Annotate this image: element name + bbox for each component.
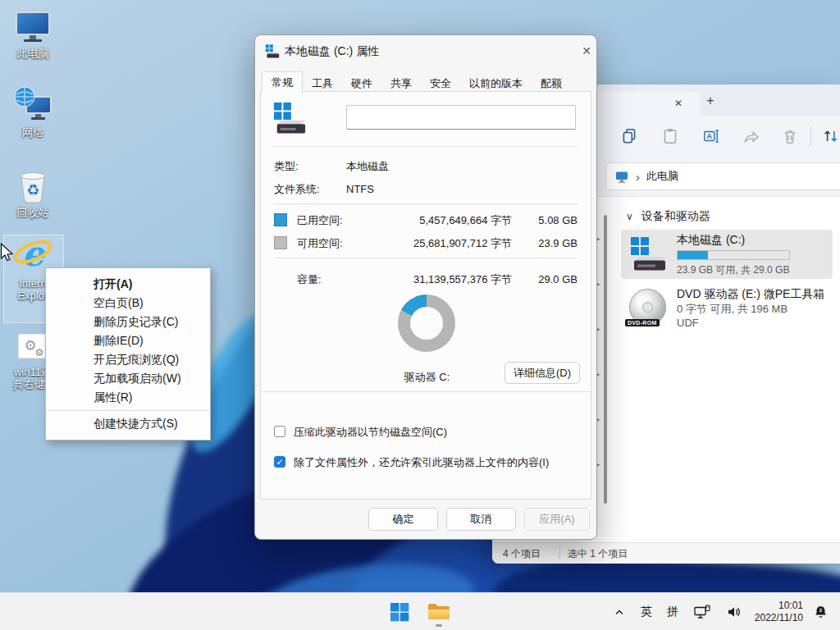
delete-icon[interactable] — [781, 127, 799, 145]
menu-item-inprivate[interactable]: 开启无痕浏览(Q) — [46, 350, 210, 369]
context-menu: 打开(A) 空白页(B) 删除历史记录(C) 删除IE(D) 开启无痕浏览(Q)… — [45, 267, 211, 441]
drive-name: 本地磁盘 (C:) — [677, 233, 745, 248]
used-space-bytes: 5,457,649,664 字节 — [419, 213, 512, 227]
tab-security[interactable]: 安全 — [421, 74, 460, 93]
network-icon — [5, 85, 61, 125]
dialog-drive-icon — [265, 44, 280, 58]
desktop-icon-this-pc[interactable]: 此电脑 — [5, 7, 61, 60]
tab-quota[interactable]: 配额 — [532, 74, 571, 93]
taskbar: 英 拼 10:01 2022/11/10 — [0, 592, 840, 630]
drive-info: 0 字节 可用, 共 196 MB — [677, 302, 788, 317]
apply-button[interactable]: 应用(A) — [524, 508, 590, 531]
ime-language-button[interactable]: 英 — [633, 596, 660, 628]
ime-mode-button[interactable]: 拼 — [660, 596, 686, 628]
tray-overflow-chevron[interactable] — [605, 596, 633, 628]
section-devices-and-drives[interactable]: ∨设备和驱动器 — [626, 209, 710, 224]
separator — [261, 391, 591, 392]
new-tab-button[interactable]: + — [701, 92, 719, 110]
copy-icon[interactable] — [620, 127, 638, 145]
screen: 此电脑 网络 ♻ 回收站 e Intern — [0, 0, 840, 630]
capacity-bytes: 31,139,557,376 字节 — [413, 272, 512, 286]
clock[interactable]: 10:01 2022/11/10 — [750, 600, 808, 624]
start-button[interactable] — [386, 596, 413, 628]
tab-general[interactable]: 常规 — [262, 71, 303, 93]
used-space-label: 已用空间: — [297, 213, 343, 227]
menu-item-open[interactable]: 打开(A) — [46, 275, 210, 294]
menu-item-properties[interactable]: 属性(R) — [46, 388, 210, 407]
index-checkbox[interactable]: ✓ — [274, 456, 285, 468]
breadcrumb-chevron-icon: › — [636, 170, 640, 184]
network-tray-icon[interactable] — [686, 596, 719, 628]
free-space-swatch — [274, 236, 287, 249]
tab-close-icon[interactable]: ✕ — [671, 96, 686, 111]
general-tab-page: 类型: 本地磁盘 文件系统: NTFS 已用空间: 5,457,649,664 … — [260, 91, 591, 500]
free-space-size: 23.9 GB — [538, 236, 578, 250]
dialog-tab-strip: 常规 工具 硬件 共享 安全 以前的版本 配额 — [262, 71, 571, 93]
status-selected-count: 选中 1 个项目 — [568, 547, 628, 561]
explorer-status-bar: 4 个项目 选中 1 个项目 — [492, 542, 840, 564]
this-pc-small-icon — [614, 170, 629, 184]
paste-icon[interactable] — [661, 127, 679, 145]
toolbar-divider — [810, 126, 811, 146]
desktop-icon-label: 此电脑 — [5, 48, 61, 60]
menu-item-blank-page[interactable]: 空白页(B) — [46, 294, 210, 313]
tab-hardware[interactable]: 硬件 — [342, 74, 381, 93]
drive-filesystem: UDF — [677, 317, 699, 329]
drive-name: DVD 驱动器 (E:) 微PE工具箱 — [677, 287, 824, 302]
compress-checkbox[interactable] — [274, 426, 285, 437]
notification-bell-icon[interactable]: z — [808, 596, 833, 628]
index-checkbox-label[interactable]: 除了文件属性外，还允许索引此驱动器上文件的内容(I) — [294, 455, 549, 469]
sort-icon[interactable] — [822, 127, 840, 145]
desktop-icon-recycle-bin[interactable]: ♻ 回收站 — [5, 166, 61, 219]
desktop-icon-network[interactable]: 网络 — [5, 85, 61, 139]
address-bar[interactable]: › 此电脑 — [605, 162, 840, 190]
dvd-icon: DVD-ROM — [628, 289, 666, 326]
separator — [274, 258, 578, 258]
free-space-bytes: 25,681,907,712 字节 — [413, 236, 512, 250]
tab-tools[interactable]: 工具 — [303, 74, 342, 93]
menu-item-no-addons[interactable]: 无加载项启动(W) — [46, 369, 210, 388]
svg-text:A: A — [707, 132, 713, 140]
rename-icon[interactable]: A — [702, 127, 720, 145]
dialog-close-button[interactable]: ✕ — [577, 42, 596, 60]
menu-item-create-shortcut[interactable]: 创建快捷方式(S) — [46, 414, 210, 433]
section-chevron-icon[interactable]: ∨ — [626, 211, 633, 222]
breadcrumb[interactable]: 此电脑 — [646, 169, 678, 184]
drive-c-item[interactable]: 本地磁盘 (C:) 23.9 GB 可用, 共 29.0 GB — [621, 230, 833, 279]
dialog-title: 本地磁盘 (C:) 属性 — [285, 44, 379, 59]
drive-icon — [629, 236, 667, 272]
cancel-button[interactable]: 取消 — [446, 508, 516, 531]
recycle-bin-icon: ♻ — [5, 166, 61, 205]
share-icon[interactable] — [742, 127, 760, 145]
filesystem-value: NTFS — [346, 182, 374, 196]
compress-checkbox-label[interactable]: 压缩此驱动器以节约磁盘空间(C) — [294, 425, 447, 439]
ok-button[interactable]: 确定 — [368, 508, 438, 531]
chevron-up-icon — [613, 605, 626, 619]
dvd-rom-badge: DVD-ROM — [625, 319, 660, 326]
type-value: 本地磁盘 — [346, 159, 389, 173]
tab-previous-versions[interactable]: 以前的版本 — [460, 74, 532, 93]
dvd-drive-item[interactable]: DVD-ROM DVD 驱动器 (E:) 微PE工具箱 0 字节 可用, 共 1… — [621, 284, 833, 335]
folder-icon — [427, 602, 450, 622]
volume-label-input[interactable] — [346, 105, 576, 130]
tab-sharing[interactable]: 共享 — [381, 74, 421, 93]
menu-item-delete-history[interactable]: 删除历史记录(C) — [46, 313, 210, 331]
status-divider — [559, 547, 560, 559]
menu-separator — [47, 410, 209, 411]
free-space-label: 可用空间: — [297, 236, 343, 250]
capacity-size: 29.0 GB — [538, 272, 578, 286]
menu-item-delete-ie[interactable]: 删除IE(D) — [46, 331, 210, 350]
details-button[interactable]: 详细信息(D) — [504, 362, 580, 384]
clock-date: 2022/11/10 — [755, 612, 803, 624]
file-explorer-taskbar-button[interactable] — [425, 596, 453, 628]
drive-icon-large — [272, 102, 307, 135]
mouse-cursor — [0, 243, 14, 267]
windows-logo-icon — [390, 602, 409, 622]
svg-text:♻: ♻ — [26, 182, 39, 199]
nav-pane-scrollbar[interactable] — [604, 215, 607, 504]
capacity-label: 容量: — [297, 272, 322, 286]
volume-tray-icon[interactable] — [719, 596, 750, 628]
running-app-indicator — [436, 624, 442, 627]
desktop-icon-label: 网络 — [5, 126, 61, 139]
desktop-icon-label: 回收站 — [5, 207, 61, 219]
